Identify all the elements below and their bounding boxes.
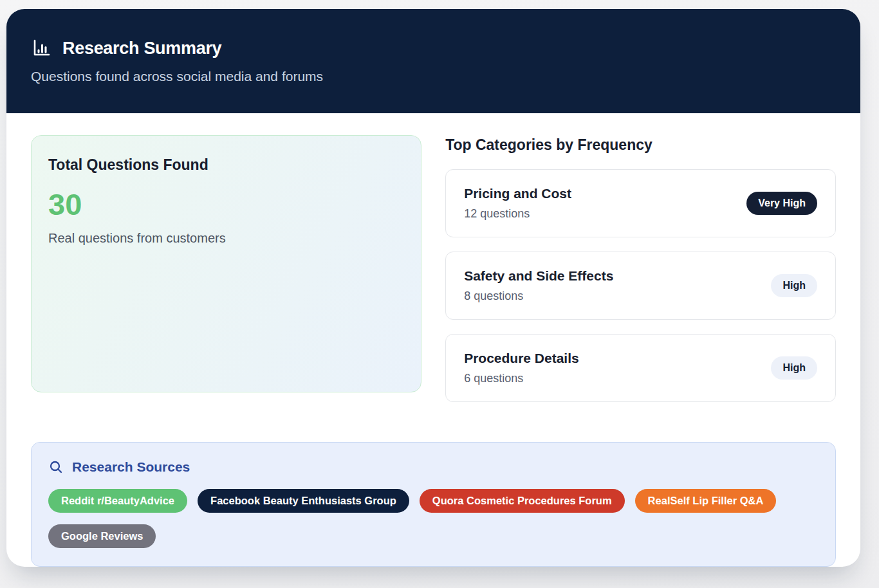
source-pill-google-reviews[interactable]: Google Reviews xyxy=(48,524,156,548)
category-name: Procedure Details xyxy=(464,351,579,366)
main-content: Total Questions Found 30 Real questions … xyxy=(6,113,860,416)
category-name: Safety and Side Effects xyxy=(464,268,613,284)
header: Research Summary Questions found across … xyxy=(6,9,860,113)
page-title: Research Summary xyxy=(62,39,221,59)
frequency-badge: High xyxy=(771,356,817,380)
search-icon xyxy=(48,459,64,475)
source-pills: Reddit r/BeautyAdvice Facebook Beauty En… xyxy=(48,489,819,548)
research-summary-card: Research Summary Questions found across … xyxy=(6,9,860,567)
total-questions-card: Total Questions Found 30 Real questions … xyxy=(31,135,421,392)
source-pill-reddit[interactable]: Reddit r/BeautyAdvice xyxy=(48,489,187,513)
category-count: 8 questions xyxy=(464,289,613,303)
stat-description: Real questions from customers xyxy=(48,231,404,246)
categories-section: Top Categories by Frequency Pricing and … xyxy=(445,135,836,416)
bar-chart-icon xyxy=(31,38,51,59)
frequency-badge: High xyxy=(771,274,817,297)
category-count: 12 questions xyxy=(464,207,571,221)
stat-value: 30 xyxy=(48,189,404,219)
sources-heading: Research Sources xyxy=(72,459,190,475)
category-count: 6 questions xyxy=(464,372,579,385)
page-subtitle: Questions found across social media and … xyxy=(31,69,836,84)
category-name: Pricing and Cost xyxy=(464,186,571,201)
source-pill-facebook[interactable]: Facebook Beauty Enthusiasts Group xyxy=(198,489,409,513)
categories-heading: Top Categories by Frequency xyxy=(445,136,836,154)
category-card-procedure[interactable]: Procedure Details 6 questions High xyxy=(445,334,836,402)
stat-title: Total Questions Found xyxy=(48,156,404,174)
frequency-badge: Very High xyxy=(746,192,817,215)
category-card-pricing[interactable]: Pricing and Cost 12 questions Very High xyxy=(445,169,836,237)
research-sources-panel: Research Sources Reddit r/BeautyAdvice F… xyxy=(31,442,836,567)
category-card-safety[interactable]: Safety and Side Effects 8 questions High xyxy=(445,252,836,320)
source-pill-quora[interactable]: Quora Cosmetic Procedures Forum xyxy=(420,489,625,513)
source-pill-realself[interactable]: RealSelf Lip Filler Q&A xyxy=(635,489,777,513)
